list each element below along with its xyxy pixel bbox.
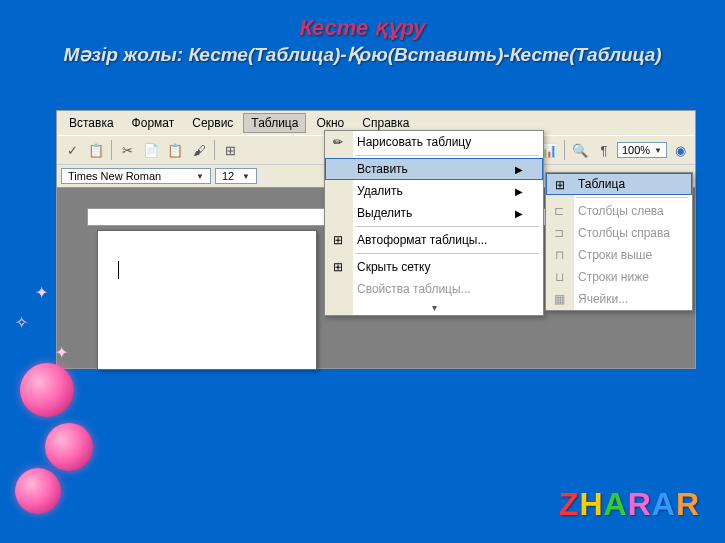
zoom-icon[interactable]: 🔍 <box>569 139 591 161</box>
menu-select[interactable]: Выделить ▶ <box>325 202 543 224</box>
chevron-down-icon: ▼ <box>196 172 204 181</box>
rose-icon <box>20 363 74 417</box>
autoformat-icon: ⊞ <box>329 231 347 249</box>
menu-hide-grid[interactable]: ⊞ Скрыть сетку <box>325 256 543 278</box>
copy-icon[interactable]: 📄 <box>140 139 162 161</box>
pencil-icon: ✏ <box>329 133 347 151</box>
separator <box>576 197 688 198</box>
logo-letter: R <box>628 486 652 523</box>
cut-icon[interactable]: ✂ <box>116 139 138 161</box>
submenu-cols-left: ⊏ Столбцы слева <box>546 200 692 222</box>
submenu-rows-above: ⊓ Строки выше <box>546 244 692 266</box>
slide-title: Кесте құру <box>0 0 725 41</box>
help-icon[interactable]: ◉ <box>669 139 691 161</box>
chevron-right-icon: ▶ <box>515 186 523 197</box>
submenu-cols-right: ⊐ Столбцы справа <box>546 222 692 244</box>
separator <box>214 140 215 160</box>
separator <box>355 253 539 254</box>
menu-delete[interactable]: Удалить ▶ <box>325 180 543 202</box>
rose-icon <box>45 423 93 471</box>
slide-subtitle: Мәзір жолы: Кесте(Таблица)-Қою(Вставить)… <box>0 41 725 76</box>
spellcheck-icon[interactable]: ✓ <box>61 139 83 161</box>
zoom-combo[interactable]: 100% ▼ <box>617 142 667 158</box>
submenu-cells: ▦ Ячейки... <box>546 288 692 310</box>
logo-letter: H <box>579 486 603 523</box>
cells-icon: ▦ <box>550 290 568 308</box>
research-icon[interactable]: 📋 <box>85 139 107 161</box>
table-icon[interactable]: ⊞ <box>219 139 241 161</box>
rows-below-icon: ⊔ <box>550 268 568 286</box>
table-icon: ⊞ <box>551 176 569 194</box>
document-page[interactable] <box>97 230 317 370</box>
menu-insert[interactable]: Вставка <box>61 113 122 133</box>
submenu-table[interactable]: ⊞ Таблица <box>546 173 692 195</box>
grid-icon: ⊞ <box>329 258 347 276</box>
menu-draw-table[interactable]: ✏ Нарисовать таблицу <box>325 131 543 153</box>
separator <box>111 140 112 160</box>
separator <box>355 226 539 227</box>
menu-table-properties: Свойства таблицы... <box>325 278 543 300</box>
zharar-logo: ZHARAR <box>559 486 700 523</box>
logo-letter: R <box>676 486 700 523</box>
chevron-right-icon: ▶ <box>515 164 523 175</box>
paragraph-icon[interactable]: ¶ <box>593 139 615 161</box>
table-dropdown-menu: ✏ Нарисовать таблицу Вставить ▶ Удалить … <box>324 130 544 316</box>
cols-left-icon: ⊏ <box>550 202 568 220</box>
separator <box>564 140 565 160</box>
insert-submenu: ⊞ Таблица ⊏ Столбцы слева ⊐ Столбцы спра… <box>545 172 693 311</box>
separator <box>355 155 539 156</box>
expand-menu-icon[interactable]: ▾ <box>325 300 543 315</box>
chevron-down-icon: ▼ <box>654 146 662 155</box>
menu-service[interactable]: Сервис <box>184 113 241 133</box>
text-cursor <box>118 261 119 279</box>
size-combo[interactable]: 12 ▼ <box>215 168 257 184</box>
paste-icon[interactable]: 📋 <box>164 139 186 161</box>
chevron-down-icon: ▼ <box>242 172 250 181</box>
logo-letter: A <box>652 486 676 523</box>
chevron-right-icon: ▶ <box>515 208 523 219</box>
menu-autoformat[interactable]: ⊞ Автоформат таблицы... <box>325 229 543 251</box>
submenu-rows-below: ⊔ Строки ниже <box>546 266 692 288</box>
logo-letter: A <box>604 486 628 523</box>
menu-table[interactable]: Таблица <box>243 113 306 133</box>
font-combo[interactable]: Times New Roman ▼ <box>61 168 211 184</box>
cols-right-icon: ⊐ <box>550 224 568 242</box>
rows-above-icon: ⊓ <box>550 246 568 264</box>
logo-letter: Z <box>559 486 580 523</box>
rose-decoration: ✦ ✧ ✦ <box>5 273 105 513</box>
format-painter-icon[interactable]: 🖌 <box>188 139 210 161</box>
menu-format[interactable]: Формат <box>124 113 183 133</box>
menu-insert[interactable]: Вставить ▶ <box>325 158 543 180</box>
rose-icon <box>15 468 61 514</box>
